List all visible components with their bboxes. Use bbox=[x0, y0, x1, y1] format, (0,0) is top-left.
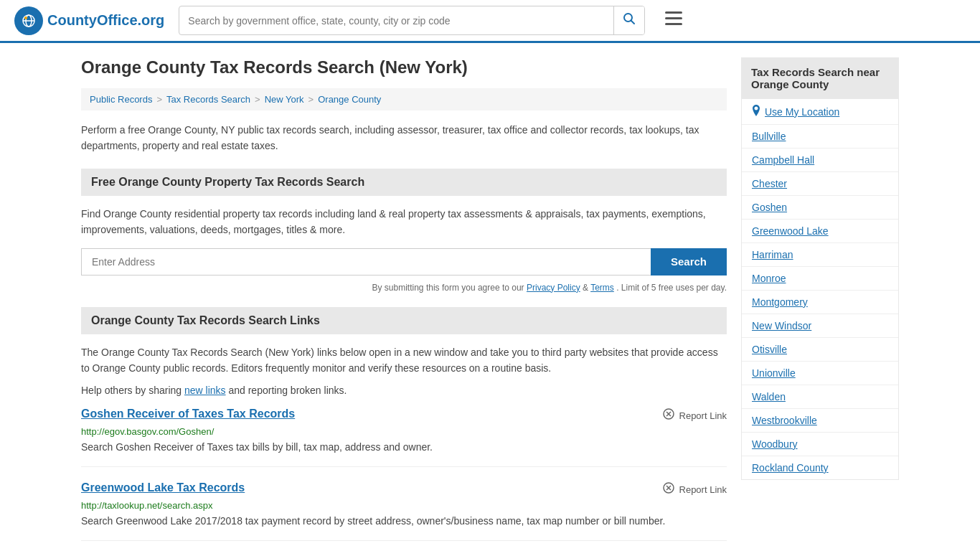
record-greenwood-desc: Search Greenwood Lake 2017/2018 tax paym… bbox=[81, 514, 727, 529]
sharing-prefix: Help others by sharing bbox=[81, 385, 182, 396]
main-container: Orange County Tax Records Search (New Yo… bbox=[67, 43, 913, 551]
sharing-text: Help others by sharing new links and rep… bbox=[81, 385, 727, 396]
search-button[interactable]: Search bbox=[651, 248, 727, 276]
sidebar-link-bullville[interactable]: Bullville bbox=[752, 131, 786, 142]
svg-rect-8 bbox=[665, 17, 682, 19]
form-terms-text: By submitting this form you agree to our bbox=[372, 283, 524, 293]
logo-icon bbox=[14, 6, 43, 35]
links-desc: The Orange County Tax Records Search (Ne… bbox=[81, 344, 727, 377]
sidebar-item-montgomery[interactable]: Montgomery bbox=[742, 291, 898, 314]
sidebar-item-woodbury[interactable]: Woodbury bbox=[742, 433, 898, 456]
svg-point-4 bbox=[24, 17, 27, 19]
breadcrumb: Public Records > Tax Records Search > Ne… bbox=[81, 88, 727, 110]
record-item-greenwood: Greenwood Lake Tax Records Report Link h… bbox=[81, 481, 727, 541]
form-terms: By submitting this form you agree to our… bbox=[81, 283, 727, 293]
sidebar-link-monroe[interactable]: Monroe bbox=[752, 273, 786, 284]
sidebar-item-unionville[interactable]: Unionville bbox=[742, 362, 898, 385]
record-item-greenwood-header: Greenwood Lake Tax Records Report Link bbox=[81, 481, 727, 497]
svg-line-6 bbox=[631, 21, 635, 24]
record-greenwood-url: http://taxlookup.net/search.aspx bbox=[81, 500, 727, 511]
sidebar-link-westbrookville[interactable]: Westbrookville bbox=[752, 415, 817, 426]
sidebar-item-monroe[interactable]: Monroe bbox=[742, 267, 898, 291]
use-my-location-link[interactable]: Use My Location bbox=[765, 106, 839, 118]
record-item-goshen: Goshen Receiver of Taxes Tax Records Rep… bbox=[81, 408, 727, 467]
logo-text: CountyOffice.org bbox=[47, 12, 164, 29]
record-item-goshen-header: Goshen Receiver of Taxes Tax Records Rep… bbox=[81, 408, 727, 423]
address-input[interactable] bbox=[81, 248, 651, 276]
property-search-section: Free Orange County Property Tax Records … bbox=[81, 169, 727, 293]
sidebar-link-woodbury[interactable]: Woodbury bbox=[752, 438, 798, 450]
sidebar-link-montgomery[interactable]: Montgomery bbox=[752, 296, 808, 308]
breadcrumb-sep-3: > bbox=[308, 94, 314, 105]
report-icon-goshen bbox=[662, 408, 675, 423]
svg-rect-7 bbox=[665, 11, 682, 14]
hamburger-button[interactable] bbox=[659, 9, 688, 33]
property-search-header: Free Orange County Property Tax Records … bbox=[81, 169, 727, 196]
address-search-form: Search bbox=[81, 248, 727, 276]
sidebar-link-rockland-county[interactable]: Rockland County bbox=[752, 462, 829, 474]
sidebar-link-new-windsor[interactable]: New Windsor bbox=[752, 320, 811, 331]
sidebar-link-goshen[interactable]: Goshen bbox=[752, 202, 787, 213]
breadcrumb-sep-1: > bbox=[156, 94, 162, 105]
report-link-goshen-label: Report Link bbox=[679, 410, 727, 421]
description-text: Perform a free Orange County, NY public … bbox=[81, 122, 727, 154]
record-goshen-title[interactable]: Goshen Receiver of Taxes Tax Records bbox=[81, 408, 295, 420]
form-terms-and: & bbox=[583, 283, 590, 293]
links-section: Orange County Tax Records Search Links T… bbox=[81, 307, 727, 542]
sidebar-link-campbell-hall[interactable]: Campbell Hall bbox=[752, 154, 814, 166]
sidebar-link-walden[interactable]: Walden bbox=[752, 391, 786, 402]
breadcrumb-orange-county[interactable]: Orange County bbox=[318, 94, 381, 105]
sidebar-link-greenwood-lake[interactable]: Greenwood Lake bbox=[752, 225, 829, 237]
sidebar-link-unionville[interactable]: Unionville bbox=[752, 367, 796, 379]
sidebar-item-new-windsor[interactable]: New Windsor bbox=[742, 314, 898, 338]
privacy-policy-link[interactable]: Privacy Policy bbox=[527, 283, 580, 293]
logo-county: CountyOffice bbox=[47, 12, 138, 28]
report-link-greenwood-label: Report Link bbox=[679, 484, 727, 495]
new-links-link2[interactable]: new links bbox=[184, 385, 226, 396]
sidebar-item-walden[interactable]: Walden bbox=[742, 385, 898, 409]
sidebar-content: Use My Location Bullville Campbell Hall … bbox=[741, 99, 899, 480]
sharing-suffix2: and reporting broken links. bbox=[228, 385, 347, 396]
content-area: Orange County Tax Records Search (New Yo… bbox=[81, 57, 727, 551]
breadcrumb-public-records[interactable]: Public Records bbox=[90, 94, 152, 105]
sidebar-item-bullville[interactable]: Bullville bbox=[742, 125, 898, 149]
terms-link[interactable]: Terms bbox=[590, 283, 614, 293]
logo-org: .org bbox=[138, 12, 165, 28]
sidebar-header: Tax Records Search near Orange County bbox=[741, 57, 899, 99]
property-search-desc: Find Orange County residential property … bbox=[81, 206, 727, 238]
breadcrumb-new-york[interactable]: New York bbox=[265, 94, 304, 105]
svg-rect-9 bbox=[665, 23, 682, 25]
header-search-bar bbox=[179, 6, 645, 35]
sidebar-link-chester[interactable]: Chester bbox=[752, 178, 787, 189]
record-greenwood-title[interactable]: Greenwood Lake Tax Records bbox=[81, 481, 245, 494]
breadcrumb-sep-2: > bbox=[255, 94, 260, 105]
form-limit-text: . Limit of 5 free uses per day. bbox=[616, 283, 727, 293]
report-link-greenwood[interactable]: Report Link bbox=[662, 481, 727, 497]
sidebar-item-westbrookville[interactable]: Westbrookville bbox=[742, 409, 898, 433]
sidebar-item-harriman[interactable]: Harriman bbox=[742, 243, 898, 267]
record-goshen-desc: Search Goshen Receiver of Taxes tax bill… bbox=[81, 440, 727, 455]
sidebar: Tax Records Search near Orange County Us… bbox=[741, 57, 899, 551]
sidebar-link-harriman[interactable]: Harriman bbox=[752, 249, 793, 260]
sidebar-item-otisville[interactable]: Otisville bbox=[742, 338, 898, 362]
page-title: Orange County Tax Records Search (New Yo… bbox=[81, 57, 727, 77]
header-search-button[interactable] bbox=[613, 6, 644, 34]
sidebar-link-otisville[interactable]: Otisville bbox=[752, 344, 787, 355]
sidebar-use-location[interactable]: Use My Location bbox=[742, 99, 898, 125]
sidebar-item-campbell-hall[interactable]: Campbell Hall bbox=[742, 149, 898, 172]
sidebar-item-chester[interactable]: Chester bbox=[742, 172, 898, 196]
breadcrumb-tax-records[interactable]: Tax Records Search bbox=[166, 94, 250, 105]
report-link-goshen[interactable]: Report Link bbox=[662, 408, 727, 423]
location-pin-icon bbox=[752, 105, 760, 118]
sidebar-item-rockland-county[interactable]: Rockland County bbox=[742, 456, 898, 479]
links-section-header: Orange County Tax Records Search Links bbox=[81, 307, 727, 334]
record-goshen-url: http://egov.basgov.com/Goshen/ bbox=[81, 426, 727, 437]
sidebar-item-greenwood-lake[interactable]: Greenwood Lake bbox=[742, 220, 898, 243]
header: CountyOffice.org bbox=[0, 0, 980, 43]
report-icon-greenwood bbox=[662, 481, 675, 497]
header-search-input[interactable] bbox=[179, 9, 613, 32]
sidebar-item-goshen[interactable]: Goshen bbox=[742, 196, 898, 220]
logo-area: CountyOffice.org bbox=[14, 6, 164, 35]
